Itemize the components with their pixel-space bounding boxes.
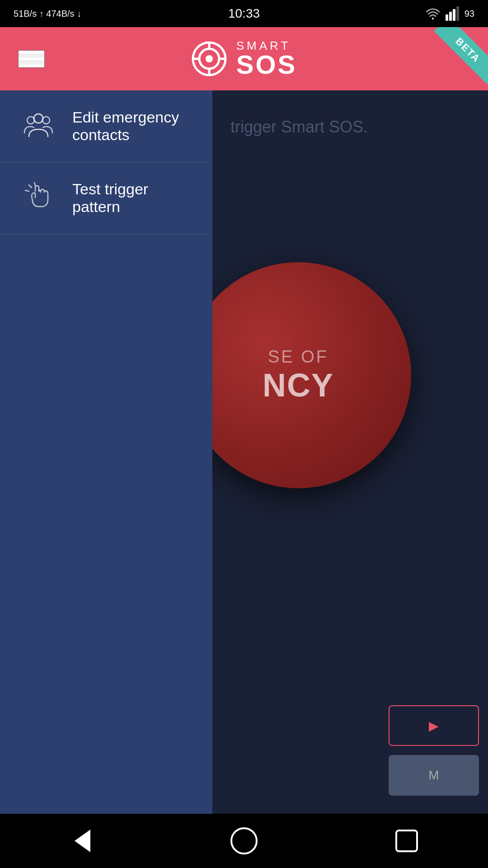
edit-contacts-label: Edit emergency contacts bbox=[72, 108, 190, 144]
svg-rect-20 bbox=[396, 830, 417, 851]
sidebar-item-test-trigger[interactable]: Test trigger pattern bbox=[0, 162, 212, 234]
app-logo: SMART SOS bbox=[191, 40, 297, 78]
app-header: SMART SOS BETA bbox=[0, 27, 488, 90]
svg-rect-2 bbox=[449, 12, 452, 21]
logo-main-text: SOS bbox=[236, 52, 297, 78]
description-text: trigger Smart SOS. bbox=[212, 90, 488, 164]
svg-line-16 bbox=[34, 182, 35, 186]
hamburger-line-2 bbox=[19, 58, 44, 60]
battery-level: 93 bbox=[465, 9, 474, 19]
hand-click-icon bbox=[23, 182, 54, 214]
recent-icon bbox=[391, 825, 422, 857]
status-time: 10:33 bbox=[228, 6, 260, 21]
svg-line-17 bbox=[25, 190, 29, 191]
hamburger-menu-button[interactable] bbox=[18, 50, 45, 68]
hamburger-line-1 bbox=[19, 51, 44, 53]
sidebar-item-edit-contacts[interactable]: Edit emergency contacts bbox=[0, 90, 212, 162]
svg-point-12 bbox=[27, 117, 34, 124]
status-icons: 93 bbox=[425, 5, 474, 22]
logo-icon bbox=[191, 41, 227, 77]
nav-recent-button[interactable] bbox=[384, 818, 429, 863]
main-area: Edit emergency contacts Test trigger pat… bbox=[0, 90, 488, 841]
hamburger-line-3 bbox=[19, 65, 44, 67]
right-content: trigger Smart SOS. SE OF NCY ▶ M bbox=[212, 90, 488, 841]
svg-point-14 bbox=[34, 114, 43, 123]
beta-ribbon: BETA bbox=[425, 27, 488, 90]
svg-point-0 bbox=[432, 18, 434, 19]
test-trigger-label: Test trigger pattern bbox=[72, 180, 190, 216]
svg-rect-3 bbox=[453, 9, 455, 21]
action-button-1-icon: ▶ bbox=[429, 718, 439, 733]
home-icon bbox=[228, 825, 260, 857]
svg-rect-1 bbox=[446, 14, 448, 21]
sos-button-container: SE OF NCY bbox=[212, 262, 438, 515]
navigation-bar bbox=[0, 814, 488, 868]
action-button-1[interactable]: ▶ bbox=[389, 705, 479, 746]
svg-point-13 bbox=[42, 117, 50, 124]
action-button-2-text: M bbox=[428, 768, 439, 783]
back-icon bbox=[66, 825, 97, 857]
svg-point-7 bbox=[206, 55, 213, 62]
svg-rect-4 bbox=[456, 6, 459, 21]
sos-button[interactable]: SE OF NCY bbox=[212, 262, 411, 488]
svg-line-15 bbox=[29, 185, 32, 188]
sidebar-drawer: Edit emergency contacts Test trigger pat… bbox=[0, 90, 212, 841]
status-bar: 51B/s ↑ 474B/s ↓ 10:33 93 bbox=[0, 0, 488, 27]
signal-icon bbox=[445, 5, 461, 22]
nav-back-button[interactable] bbox=[59, 818, 104, 863]
contacts-icon bbox=[23, 110, 54, 142]
network-info: 51B/s ↑ 474B/s ↓ bbox=[14, 9, 81, 19]
bottom-action-buttons: ▶ M bbox=[389, 705, 479, 796]
sos-top-text: SE OF bbox=[268, 347, 328, 367]
wifi-icon bbox=[425, 5, 441, 22]
svg-point-19 bbox=[231, 828, 257, 854]
svg-marker-18 bbox=[75, 830, 90, 852]
action-button-2[interactable]: M bbox=[389, 755, 479, 796]
nav-home-button[interactable] bbox=[221, 818, 267, 863]
beta-label: BETA bbox=[434, 27, 488, 84]
sos-main-text: NCY bbox=[263, 367, 334, 404]
